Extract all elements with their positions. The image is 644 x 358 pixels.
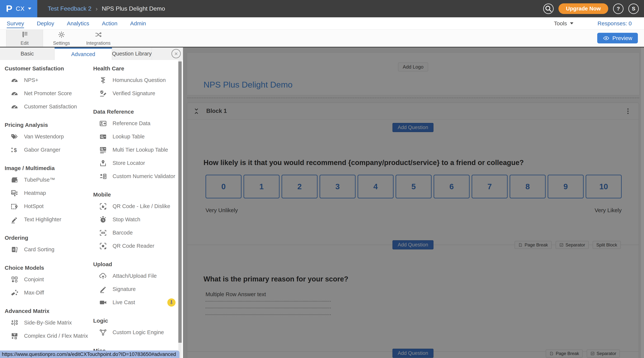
question-category: Advanced Matrix Side-By-Side Matrix Comp… [5, 308, 85, 343]
help-button[interactable]: ? [613, 3, 624, 14]
question-type-item[interactable]: Verified Signature [93, 87, 176, 100]
question-type-item[interactable]: Homunculus Question [93, 74, 176, 87]
question-category: Health Care Homunculus Question Verified… [93, 65, 176, 100]
question-type-item[interactable]: Conjoint [5, 273, 85, 286]
question-type-item[interactable]: Signature [93, 283, 176, 296]
category-title: Choice Models [5, 265, 85, 271]
question-type-item[interactable]: Store Locator [93, 156, 176, 170]
panel-column-2: Health Care Homunculus Question Verified… [93, 65, 176, 358]
question-type-item[interactable]: Card Sorting [5, 243, 85, 256]
category-items: TubePulse™ Heatmap HotSpot [5, 173, 85, 226]
status-url-bubble: https://www.questionpro.com/a/editCXTouc… [0, 351, 180, 358]
preview-button[interactable]: Preview [597, 33, 638, 43]
question-type-item[interactable]: Max-Diff [5, 286, 85, 299]
qr-like-icon [99, 202, 107, 211]
question-type-item[interactable]: Custom Numeric Validator [93, 170, 176, 183]
price-compare-icon: $ [10, 146, 19, 154]
breadcrumb: Test Feedback 2 › NPS Plus Delight Demo [48, 5, 165, 12]
complex-grid-icon [10, 332, 19, 340]
upgrade-now-button[interactable]: Upgrade Now [558, 3, 608, 14]
question-type-item[interactable]: Stop Watch [93, 213, 176, 226]
card-sorting-icon [10, 245, 19, 254]
close-panel-button[interactable]: × [172, 49, 181, 58]
topbar-actions: Upgrade Now ? S [543, 3, 639, 14]
category-items: Reference Data Lookup Table Multi Tier [93, 117, 176, 183]
breadcrumb-parent[interactable]: Test Feedback 2 [48, 5, 92, 12]
question-panel-tabs: Basic Advanced Question Library × [0, 47, 183, 60]
toolbar-item[interactable]: Settings [43, 30, 80, 47]
tools-dropdown[interactable]: Tools [554, 20, 574, 27]
qr-reader-icon [99, 242, 107, 250]
question-type-item[interactable]: Side-By-Side Matrix [5, 316, 85, 329]
panel-tab[interactable]: Question Library [112, 47, 152, 60]
question-category: Pricing Analysis Van Westendorp $ Gabor … [5, 122, 85, 156]
question-type-item[interactable]: Barcode [93, 226, 176, 239]
nav-item[interactable]: Analytics [67, 17, 89, 29]
category-items: Homunculus Question Verified Signature [93, 74, 176, 100]
panel-scrollbar-thumb[interactable] [178, 61, 182, 343]
question-type-item[interactable]: Lookup Table [93, 130, 176, 143]
question-type-item[interactable]: Complex Grid / Flex Matrix [5, 329, 85, 343]
question-type-item[interactable]: Attach/Upload File [93, 269, 176, 283]
category-items: Van Westendorp $ Gabor Granger [5, 130, 85, 156]
question-type-item[interactable]: TubePulse™ [5, 173, 85, 186]
search-button[interactable] [543, 3, 554, 14]
question-category: Mobile QR Code - Like / Dislike Stop Wat… [93, 191, 176, 253]
product-label: CX [16, 5, 24, 12]
question-type-item[interactable]: Van Westendorp [5, 130, 85, 143]
modal-overlay [183, 47, 644, 358]
question-type-item[interactable]: Customer Satisfaction [5, 100, 85, 113]
nav-item[interactable]: Survey [7, 17, 24, 29]
question-type-item[interactable]: QR Code - Like / Dislike [93, 200, 176, 213]
numeric-validator-icon [99, 172, 107, 181]
flask-badge [167, 298, 176, 307]
stopwatch-icon [99, 215, 107, 224]
reference-data-icon [99, 119, 107, 128]
store-locator-icon [99, 159, 107, 167]
tools-label: Tools [554, 20, 567, 27]
top-bar: P CX Test Feedback 2 › NPS Plus Delight … [0, 0, 644, 17]
question-type-item[interactable]: HotSpot [5, 200, 85, 213]
highlighter-icon [10, 215, 19, 224]
question-type-item[interactable]: Text Highlighter [5, 213, 85, 226]
main-nav: Survey Deploy Analytics Action Admin Too… [0, 17, 644, 30]
responses-link[interactable]: Responses: 0 [598, 20, 632, 27]
question-category: Logic Custom Logic Engine [93, 318, 176, 339]
edit-icon [21, 31, 28, 39]
nav-item[interactable]: Action [102, 17, 118, 29]
nav-item[interactable]: Admin [130, 17, 146, 29]
question-type-item[interactable]: Net Promoter Score [5, 87, 85, 100]
question-type-item[interactable]: Heatmap [5, 186, 85, 200]
nav-item[interactable]: Deploy [37, 17, 54, 29]
panel-tab[interactable]: Advanced [54, 47, 112, 60]
category-items: Attach/Upload File Signature Live Cast [93, 269, 176, 309]
question-type-item[interactable]: Reference Data [93, 117, 176, 130]
search-icon [544, 4, 553, 13]
category-title: Mobile [93, 191, 176, 198]
avatar[interactable]: S [628, 3, 639, 14]
tab-list: Basic Advanced Question Library [0, 47, 152, 60]
question-type-item[interactable]: NPS+ [5, 74, 85, 87]
category-title: Data Reference [93, 109, 176, 115]
toolbar-item[interactable]: Integrations [80, 30, 117, 47]
category-items: Side-By-Side Matrix Complex Grid / Flex … [5, 316, 85, 343]
question-type-item[interactable]: $ Gabor Granger [5, 143, 85, 156]
category-title: Ordering [5, 235, 85, 241]
panel-scrollbar[interactable] [178, 60, 182, 358]
panel-tab[interactable]: Basic [0, 47, 54, 60]
question-type-item[interactable]: Live Cast [93, 296, 176, 309]
verified-signature-icon [99, 89, 107, 98]
nav-right: Tools Responses: 0 [554, 17, 632, 29]
toolbar-item[interactable]: Edit [6, 30, 43, 47]
heatmap-icon [10, 189, 19, 197]
survey-editor-canvas: Add Logo NPS Plus Delight Demo Block 1 A… [183, 47, 644, 358]
video-clapper-icon [10, 176, 19, 184]
question-type-item[interactable]: Custom Logic Engine [93, 326, 176, 339]
hotspot-icon [10, 202, 19, 211]
question-type-item[interactable]: QR Code Reader [93, 239, 176, 253]
eye-icon [603, 35, 610, 41]
question-type-item[interactable]: Multi Tier Lookup Table [93, 143, 176, 156]
caduceus-icon [99, 76, 107, 84]
questionpro-logo: P [6, 4, 12, 13]
product-switcher[interactable]: P CX [0, 0, 37, 17]
